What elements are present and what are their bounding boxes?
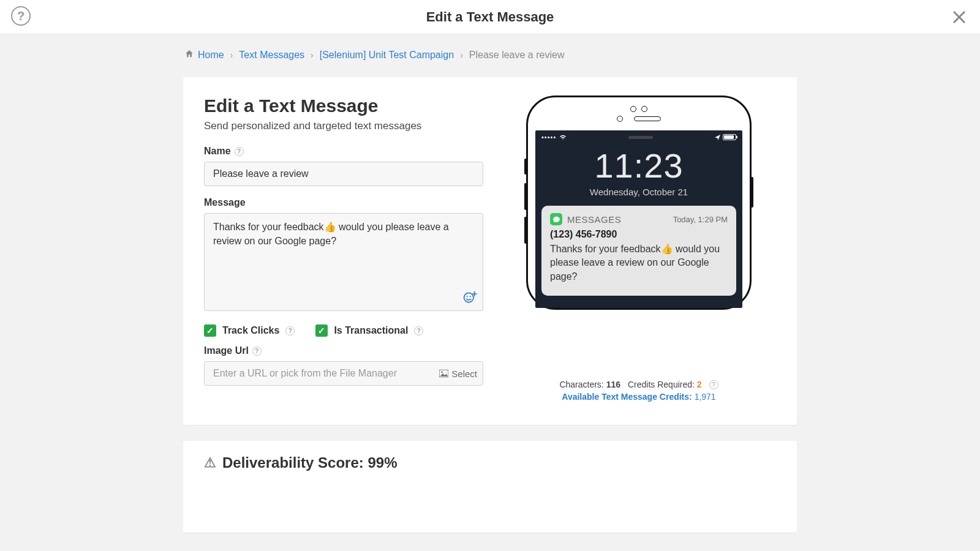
notification-sender: (123) 456-7890 bbox=[550, 229, 728, 240]
phone-sensor-icon bbox=[630, 106, 636, 112]
notification-app-label: MESSAGES bbox=[567, 214, 621, 225]
breadcrumb-home[interactable]: Home bbox=[198, 50, 224, 61]
warning-icon: ⚠ bbox=[204, 455, 216, 471]
breadcrumb-text-messages[interactable]: Text Messages bbox=[239, 50, 304, 61]
emoji-picker-icon[interactable] bbox=[462, 290, 477, 307]
phone-preview: ••••• bbox=[516, 96, 761, 371]
edit-card: Edit a Text Message Send personalized an… bbox=[183, 77, 797, 425]
phone-speaker-icon bbox=[634, 116, 661, 121]
close-icon[interactable] bbox=[951, 9, 968, 26]
modal-title: Edit a Text Message bbox=[426, 9, 554, 25]
modal-body[interactable]: Home › Text Messages › [Selenium] Unit T… bbox=[0, 34, 980, 551]
name-label: Name bbox=[204, 146, 231, 157]
svg-point-3 bbox=[467, 296, 468, 297]
phone-notch bbox=[628, 136, 653, 139]
phone-sensor-icon bbox=[641, 106, 647, 112]
credits-required-label: Credits Required: bbox=[628, 380, 695, 389]
available-credits-link[interactable]: Available Text Message Credits: bbox=[562, 392, 694, 402]
page-subtitle: Send personalized and targeted text mess… bbox=[204, 120, 483, 132]
chevron-right-icon: › bbox=[311, 50, 314, 60]
battery-icon bbox=[723, 134, 736, 140]
breadcrumb-campaign[interactable]: [Selenium] Unit Test Campaign bbox=[320, 50, 454, 61]
is-transactional-label: Is Transactional bbox=[334, 325, 408, 336]
modal-header: ? Edit a Text Message bbox=[0, 0, 980, 34]
image-icon bbox=[439, 370, 448, 378]
select-button-label: Select bbox=[451, 369, 477, 379]
image-url-label: Image Url bbox=[204, 345, 249, 356]
select-image-button[interactable]: Select bbox=[439, 369, 477, 379]
phone-side-button bbox=[524, 183, 527, 210]
credits-required-value: 2 bbox=[697, 380, 702, 389]
message-textarea[interactable] bbox=[204, 213, 483, 311]
messages-app-icon bbox=[550, 213, 562, 225]
name-input[interactable] bbox=[204, 162, 483, 186]
breadcrumb: Home › Text Messages › [Selenium] Unit T… bbox=[183, 49, 797, 61]
svg-point-8 bbox=[441, 371, 443, 373]
notification-time: Today, 1:29 PM bbox=[673, 215, 728, 224]
characters-label: Characters: bbox=[559, 380, 603, 389]
track-clicks-checkbox[interactable]: ✓ bbox=[204, 324, 216, 337]
page-title: Edit a Text Message bbox=[204, 96, 483, 116]
deliverability-card: ⚠ Deliverability Score: 99% bbox=[183, 441, 797, 533]
phone-side-button bbox=[524, 217, 527, 244]
preview-date: Wednesday, October 21 bbox=[535, 187, 742, 197]
help-icon[interactable]: ? bbox=[414, 326, 423, 335]
phone-side-button bbox=[751, 177, 753, 208]
location-icon bbox=[715, 135, 720, 140]
help-icon[interactable]: ? bbox=[285, 326, 295, 335]
phone-camera-icon bbox=[617, 116, 623, 122]
is-transactional-checkbox[interactable]: ✓ bbox=[315, 324, 328, 337]
home-icon bbox=[184, 49, 194, 61]
help-icon[interactable]: ? bbox=[252, 347, 262, 356]
svg-point-4 bbox=[470, 296, 471, 297]
signal-icon: ••••• bbox=[541, 133, 556, 141]
help-icon[interactable]: ? bbox=[709, 380, 718, 389]
message-label: Message bbox=[204, 197, 246, 208]
breadcrumb-current: Please leave a review bbox=[469, 50, 565, 61]
track-clicks-label: Track Clicks bbox=[222, 325, 279, 336]
available-credits-value: 1,971 bbox=[695, 392, 716, 402]
preview-time: 11:23 bbox=[535, 149, 742, 183]
chevron-right-icon: › bbox=[460, 50, 463, 60]
deliverability-heading: Deliverability Score: 99% bbox=[222, 454, 397, 471]
notification-card: MESSAGES Today, 1:29 PM (123) 456-7890 T… bbox=[541, 206, 736, 296]
phone-side-button bbox=[524, 159, 527, 174]
characters-value: 116 bbox=[606, 380, 620, 389]
chevron-right-icon: › bbox=[230, 50, 233, 60]
wifi-icon bbox=[559, 134, 567, 140]
help-icon[interactable]: ? bbox=[235, 147, 244, 156]
notification-body: Thanks for your feedback👍 would you plea… bbox=[550, 242, 728, 283]
help-icon[interactable]: ? bbox=[11, 6, 31, 26]
